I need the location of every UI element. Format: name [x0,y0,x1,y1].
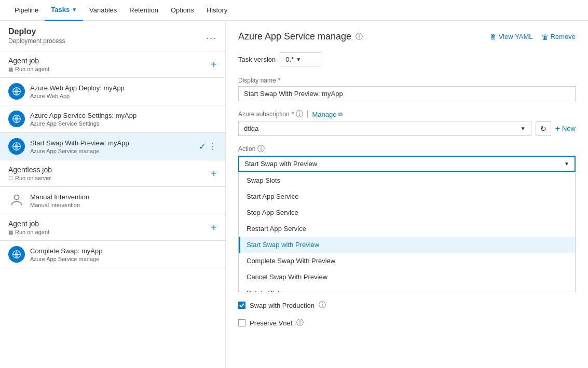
task-version-row: Task version 0.* ▼ [238,52,576,66]
action-option-delete-slot[interactable]: Delete Slot [239,285,575,292]
action-dropdown-scroll: Swap Slots Start App Service Stop App Se… [239,172,575,292]
refresh-subscription-button[interactable]: ↻ [536,121,551,136]
deploy-ellipsis-button[interactable]: ... [206,31,217,42]
action-option-stop-app-service[interactable]: Stop App Service [239,205,575,221]
grid-icon: ▦ [8,66,13,72]
task-more-icon[interactable]: ⋮ [209,142,217,152]
action-option-restart-app-service[interactable]: Restart App Service [239,221,575,237]
task-azure-app-service-settings-name: Azure App Service Settings: myApp [30,112,217,119]
server-icon: ☐ [8,175,13,181]
action-label: Action ⓘ [238,144,576,154]
agent-job-1-title: Agent job [8,57,49,65]
task-azure-web-app-deploy-subtitle: Azure Web App [30,93,217,99]
action-info-icon[interactable]: ⓘ [257,144,265,154]
swap-with-production-row: Swap with Production ⓘ [238,301,576,310]
display-name-label: Display name [238,77,576,84]
add-task-to-agent-job-2-button[interactable]: + [211,222,217,234]
nav-variables[interactable]: Variables [83,0,123,21]
complete-swap-icon [8,246,25,263]
task-start-swap-with-preview[interactable]: Start Swap With Preview: myApp Azure App… [0,133,225,160]
svg-point-6 [14,195,19,200]
add-task-to-agentless-job-button[interactable]: + [211,168,217,180]
action-option-swap-slots[interactable]: Swap Slots [239,172,575,188]
swap-production-info-icon[interactable]: ⓘ [319,301,326,310]
left-panel: Deploy Deployment process ... Agent job … [0,21,226,368]
task-complete-swap[interactable]: Complete Swap: myApp Azure App Service m… [0,241,225,268]
nav-tasks[interactable]: Tasks ▼ [45,0,83,21]
manage-subscription-link[interactable]: Manage ⧉ [312,111,343,118]
action-dropdown-list: Swap Slots Start App Service Stop App Se… [238,172,576,292]
manual-intervention-subtitle: Manual intervention [30,202,217,208]
preserve-vnet-label: Preserve Vnet [250,319,292,327]
add-task-to-agent-job-1-button[interactable]: + [211,59,217,71]
panel-header: Azure App Service manage ⓘ 🗎 View YAML 🗑… [238,31,576,42]
grid-icon-2: ▦ [8,229,13,235]
task-azure-web-app-deploy[interactable]: Azure Web App Deploy: myApp Azure Web Ap… [0,78,225,105]
azure-app-service-settings-icon [8,111,25,127]
chevron-down-icon: ▼ [72,7,77,12]
action-option-complete-swap-preview[interactable]: Complete Swap With Preview [239,253,575,269]
task-azure-web-app-deploy-name: Azure Web App Deploy: myApp [30,84,217,92]
main-layout: Deploy Deployment process ... Agent job … [0,21,588,368]
manual-intervention-task[interactable]: Manual Intervention Manual intervention [0,187,225,214]
action-select-button[interactable]: Start Swap with Preview ▼ [238,156,576,172]
agent-job-2-title: Agent job [8,220,49,228]
remove-icon: 🗑 [541,33,549,41]
task-start-swap-subtitle: Azure App Service manage [30,148,194,154]
right-panel: Azure App Service manage ⓘ 🗎 View YAML 🗑… [226,21,588,368]
azure-web-app-icon [8,83,25,100]
display-name-group: Display name [238,77,576,101]
new-subscription-button[interactable]: + Pipeline New [555,124,576,133]
remove-link[interactable]: 🗑 Remove [541,33,576,41]
plus-new-icon: + [555,124,560,133]
agentless-job-title: Agentless job [8,166,52,174]
panel-title-text: Azure App Service manage [238,31,351,42]
nav-pipeline[interactable]: Pipeline [8,0,45,21]
azure-subscription-label: Azure subscription * ⓘ Manage ⧉ [238,110,576,119]
agentless-job-subtitle: ☐ Run on server [8,175,52,181]
manual-intervention-icon [8,192,25,209]
agent-job-2-subtitle: ▦ Run on agent [8,229,49,235]
action-option-cancel-swap-preview[interactable]: Cancel Swap With Preview [239,269,575,285]
swap-with-production-checkbox[interactable] [238,302,245,309]
preserve-vnet-checkbox[interactable] [238,319,245,326]
task-version-select[interactable]: 0.* ▼ [280,52,321,66]
agent-job-1-section: Agent job ▦ Run on agent + [0,51,225,78]
action-option-start-swap-preview[interactable]: Start Swap with Preview [239,237,575,253]
action-option-start-app-service[interactable]: Start App Service [239,188,575,205]
task-start-swap-name: Start Swap With Preview: myApp [30,139,194,147]
agent-job-2-section: Agent job ▦ Run on agent + [0,214,225,241]
top-nav: Pipeline Tasks ▼ Variables Retention Opt… [0,0,588,21]
deploy-header: Deploy Deployment process ... [0,21,225,51]
chevron-down-subscription-icon: ▼ [521,126,526,131]
task-check-icon: ✓ [199,142,206,152]
panel-info-icon[interactable]: ⓘ [355,32,363,42]
action-group: Action ⓘ Start Swap with Preview ▼ Swap … [238,144,576,292]
task-complete-swap-name: Complete Swap: myApp [30,247,217,255]
preserve-vnet-info-icon[interactable]: ⓘ [296,318,304,328]
task-azure-app-service-settings-subtitle: Azure App Service Settings [30,120,217,127]
agent-job-1-subtitle: ▦ Run on agent [8,66,49,72]
separator [307,111,308,118]
nav-history[interactable]: History [200,0,234,21]
swap-with-production-label: Swap with Production [250,302,314,309]
azure-app-service-manage-icon [8,138,25,155]
deploy-subtitle: Deployment process [8,37,65,45]
yaml-icon: 🗎 [489,33,497,41]
view-yaml-link[interactable]: 🗎 View YAML [489,33,533,41]
action-select-container: Start Swap with Preview ▼ Swap Slots Sta… [238,156,576,292]
agentless-job-section: Agentless job ☐ Run on server + [0,160,225,187]
nav-options[interactable]: Options [165,0,200,21]
task-complete-swap-subtitle: Azure App Service manage [30,256,217,262]
subscription-info-icon[interactable]: ⓘ [296,110,303,119]
display-name-input[interactable] [238,86,576,101]
task-azure-app-service-settings[interactable]: Azure App Service Settings: myApp Azure … [0,105,225,133]
nav-retention[interactable]: Retention [123,0,165,21]
task-version-label: Task version [238,56,276,63]
preserve-vnet-row: Preserve Vnet ⓘ [238,318,576,328]
chevron-down-action-icon: ▼ [564,161,569,167]
chevron-down-version-icon: ▼ [296,57,301,62]
external-link-icon: ⧉ [338,111,343,118]
azure-subscription-select[interactable]: dtlqa ▼ [238,121,531,136]
manual-intervention-name: Manual Intervention [30,193,217,201]
